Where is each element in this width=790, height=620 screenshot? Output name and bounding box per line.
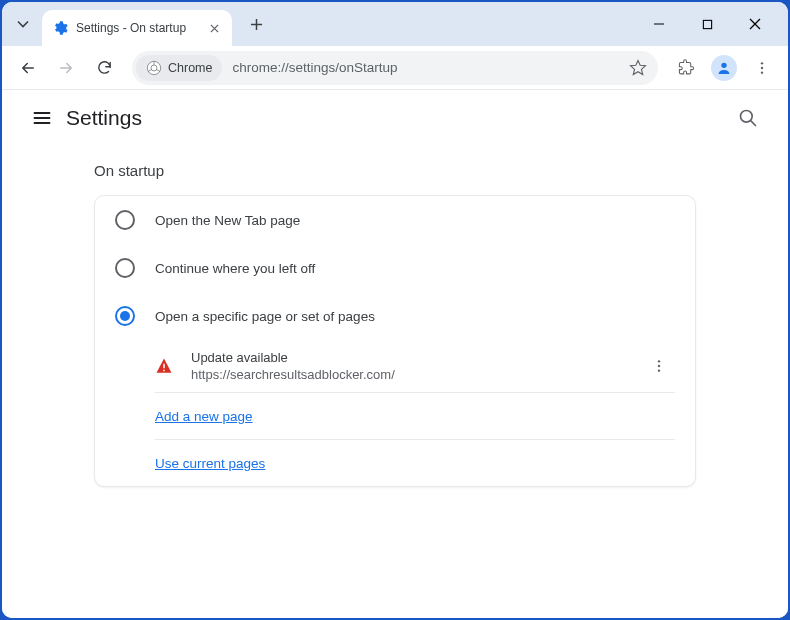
page-entry-menu-button[interactable] [643, 350, 675, 382]
svg-point-4 [761, 62, 763, 64]
reload-icon [96, 59, 113, 76]
site-chip[interactable]: Chrome [136, 55, 222, 81]
svg-point-10 [658, 360, 660, 362]
option-label: Open the New Tab page [155, 213, 300, 228]
chevron-down-icon [17, 18, 29, 30]
warning-icon [155, 357, 173, 375]
tab-search-dropdown[interactable] [10, 11, 36, 37]
option-label: Open a specific page or set of pages [155, 309, 375, 324]
svg-point-5 [761, 66, 763, 68]
maximize-icon [702, 19, 713, 30]
titlebar: Settings - On startup [2, 2, 788, 46]
svg-rect-0 [703, 20, 711, 28]
hamburger-icon [32, 108, 52, 128]
bookmark-button[interactable] [624, 54, 652, 82]
arrow-left-icon [19, 59, 37, 77]
close-window-button[interactable] [740, 9, 770, 39]
close-icon [210, 24, 219, 33]
search-icon [738, 108, 758, 128]
url-text: chrome://settings/onStartup [232, 60, 624, 75]
chrome-menu-button[interactable] [746, 52, 778, 84]
section-heading: On startup [2, 162, 788, 195]
svg-rect-8 [163, 364, 165, 369]
page-title: Settings [66, 106, 142, 130]
svg-point-11 [658, 365, 660, 367]
menu-button[interactable] [22, 98, 62, 138]
use-current-row: Use current pages [95, 440, 695, 486]
add-page-row: Add a new page [95, 393, 695, 439]
reload-button[interactable] [88, 52, 120, 84]
radio-icon [115, 306, 135, 326]
close-icon [749, 18, 761, 30]
add-page-link[interactable]: Add a new page [155, 409, 253, 424]
new-tab-button[interactable] [242, 10, 270, 38]
settings-content: On startup Open the New Tab page Continu… [2, 146, 788, 618]
back-button[interactable] [12, 52, 44, 84]
radio-icon [115, 210, 135, 230]
star-icon [629, 59, 647, 77]
maximize-button[interactable] [692, 9, 722, 39]
extensions-button[interactable] [670, 52, 702, 84]
startup-card: Open the New Tab page Continue where you… [94, 195, 696, 487]
avatar [711, 55, 737, 81]
svg-point-6 [761, 71, 763, 73]
tab-close-button[interactable] [206, 20, 222, 36]
startup-page-entry: Update available https://searchresultsad… [95, 340, 695, 392]
option-continue[interactable]: Continue where you left off [95, 244, 695, 292]
plus-icon [250, 18, 263, 31]
option-label: Continue where you left off [155, 261, 315, 276]
svg-point-3 [721, 62, 726, 67]
address-bar[interactable]: Chrome chrome://settings/onStartup [132, 51, 658, 85]
puzzle-icon [678, 59, 695, 76]
option-specific-pages[interactable]: Open a specific page or set of pages [95, 292, 695, 340]
person-icon [716, 60, 732, 76]
option-new-tab[interactable]: Open the New Tab page [95, 196, 695, 244]
minimize-icon [653, 18, 665, 30]
arrow-right-icon [57, 59, 75, 77]
dots-vertical-icon [754, 60, 770, 76]
svg-point-12 [658, 369, 660, 371]
radio-icon [115, 258, 135, 278]
dots-vertical-icon [651, 358, 667, 374]
search-settings-button[interactable] [728, 98, 768, 138]
use-current-link[interactable]: Use current pages [155, 456, 265, 471]
minimize-button[interactable] [644, 9, 674, 39]
gear-icon [52, 20, 68, 36]
browser-tab[interactable]: Settings - On startup [42, 10, 232, 46]
chrome-icon [146, 60, 162, 76]
profile-button[interactable] [708, 52, 740, 84]
forward-button[interactable] [50, 52, 82, 84]
tab-title: Settings - On startup [76, 21, 198, 35]
page-info: Update available https://searchresultsad… [191, 350, 643, 382]
settings-header: Settings [2, 90, 788, 146]
window-controls [644, 9, 780, 39]
svg-rect-9 [163, 370, 165, 372]
page-entry-url: https://searchresultsadblocker.com/ [191, 367, 643, 382]
site-chip-label: Chrome [168, 61, 212, 75]
page-entry-title: Update available [191, 350, 643, 365]
browser-toolbar: Chrome chrome://settings/onStartup [2, 46, 788, 90]
